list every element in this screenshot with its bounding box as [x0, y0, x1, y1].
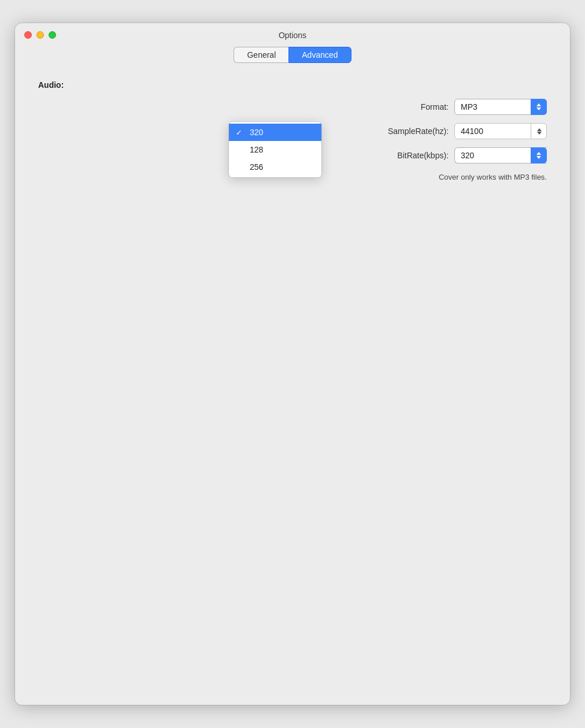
bitrate-option-128-label: 128 — [250, 145, 263, 154]
title-bar: Options — [15, 23, 570, 44]
format-arrow-down-icon — [536, 107, 541, 110]
bitrate-option-256-label: 256 — [250, 162, 263, 172]
bitrate-option-128[interactable]: 128 — [229, 141, 321, 158]
bitrate-option-256[interactable]: 256 — [229, 158, 321, 176]
format-arrow-up-icon — [536, 103, 541, 106]
samplerate-select-wrapper: 44100 — [454, 123, 547, 139]
bitrate-option-320[interactable]: ✓ 320 — [229, 124, 321, 141]
format-row: Format: MP3 — [38, 99, 547, 115]
options-window: Options General Advanced Audio: Format: … — [15, 23, 570, 705]
format-select-wrapper: MP3 — [454, 99, 547, 115]
audio-section-label: Audio: — [38, 80, 547, 90]
bitrate-dropdown-menu: ✓ 320 128 256 — [229, 122, 321, 177]
window-title: Options — [279, 31, 306, 40]
format-label: Format: — [421, 102, 449, 112]
samplerate-stepper[interactable] — [531, 123, 547, 139]
close-button[interactable] — [24, 31, 32, 39]
tab-advanced[interactable]: Advanced — [288, 47, 351, 63]
content-area: Audio: Format: MP3 SampleRate(hz): — [15, 75, 570, 205]
bitrate-arrow-up-icon — [536, 152, 541, 155]
tab-general[interactable]: General — [234, 47, 288, 63]
bitrate-select-wrapper: 320 — [454, 147, 547, 164]
bitrate-stepper[interactable] — [531, 147, 547, 164]
samplerate-arrow-down-icon — [537, 132, 542, 135]
minimize-button[interactable] — [36, 31, 44, 39]
bitrate-arrow-down-icon — [536, 156, 541, 159]
maximize-button[interactable] — [49, 31, 56, 39]
traffic-lights — [24, 31, 56, 39]
samplerate-label: SampleRate(hz): — [388, 127, 449, 136]
format-stepper[interactable] — [531, 99, 547, 115]
bitrate-option-320-label: 320 — [250, 128, 263, 137]
samplerate-arrow-up-icon — [537, 128, 542, 131]
checkmark-icon: ✓ — [236, 128, 245, 137]
tabs-container: General Advanced — [15, 47, 570, 63]
bitrate-label: BitRate(kbps): — [397, 151, 449, 160]
